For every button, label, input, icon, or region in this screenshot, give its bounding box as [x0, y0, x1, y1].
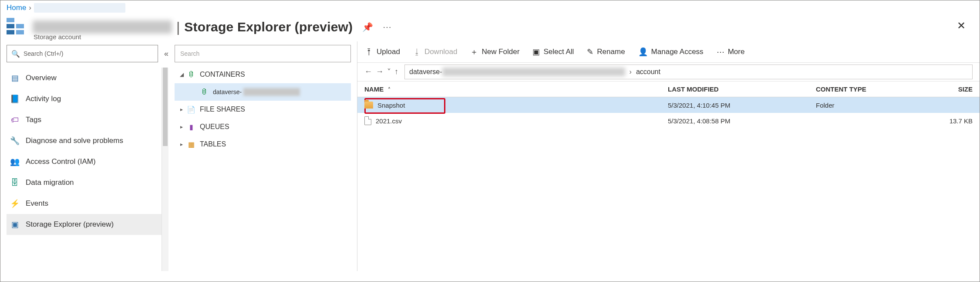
sort-asc-icon: ˄ — [388, 87, 391, 93]
nav-label: Overview — [26, 74, 57, 82]
tree-node-tables[interactable]: ▸ ▦ TABLES — [175, 136, 351, 153]
nav-item-storage-explorer[interactable]: ▣ Storage Explorer (preview) — [7, 214, 162, 235]
rename-button[interactable]: ✎ Rename — [587, 47, 625, 57]
collapse-nav-icon[interactable]: « — [164, 49, 168, 58]
col-content-type[interactable]: CONTENT TYPE — [816, 85, 920, 93]
col-modified[interactable]: LAST MODIFIED — [668, 85, 816, 93]
nav-item-activity-log[interactable]: 📘 Activity log — [7, 88, 162, 109]
tree-label-redacted — [243, 88, 300, 96]
ellipsis-icon[interactable]: ⋯ — [383, 22, 391, 32]
pin-icon[interactable]: 📌 — [362, 22, 373, 32]
cell-content-type: Folder — [816, 102, 920, 109]
col-name[interactable]: NAME ˄ — [364, 85, 668, 93]
upload-icon: ⭱ — [365, 48, 373, 57]
toolbar-label: Select All — [543, 48, 574, 56]
data-migration-icon: 🗄 — [10, 178, 20, 187]
nav-dropdown-icon[interactable]: ˅ — [387, 67, 391, 77]
cell-name: 2021.csv — [376, 117, 402, 125]
nav-scrollbar[interactable] — [162, 68, 168, 271]
nav-item-tags[interactable]: 🏷 Tags — [7, 109, 162, 130]
nav-item-overview[interactable]: ▤ Overview — [7, 68, 162, 88]
content-pane: ⭱ Upload ⭳ Download ＋ New Folder ▣ Selec… — [357, 41, 980, 271]
select-all-icon: ▣ — [532, 47, 540, 57]
search-icon: 🔍 — [11, 50, 20, 58]
toolbar-label: New Folder — [482, 48, 519, 56]
toolbar-label: Upload — [377, 48, 400, 56]
nav-label: Events — [26, 199, 48, 208]
chevron-right-icon: › — [29, 3, 31, 12]
manage-access-button[interactable]: 👤 Manage Access — [638, 47, 704, 57]
upload-button[interactable]: ⭱ Upload — [365, 48, 400, 57]
page-header: | Storage Explorer (preview) 📌 ⋯ ✕ Stora… — [0, 15, 980, 41]
nav-item-events[interactable]: ⚡ Events — [7, 193, 162, 214]
nav-back-icon[interactable]: ← — [364, 67, 372, 77]
path-crumb-redacted — [442, 68, 625, 76]
nav-label: Activity log — [26, 95, 61, 103]
storage-explorer-icon: ▣ — [10, 220, 20, 229]
tree-label: dataverse- — [213, 88, 242, 95]
overview-icon: ▤ — [10, 73, 20, 83]
nav-item-diagnose[interactable]: 🔧 Diagnose and solve problems — [7, 130, 162, 151]
more-button[interactable]: ⋯ More — [717, 47, 745, 57]
cell-modified: 5/3/2021, 4:08:58 PM — [668, 117, 816, 125]
close-icon[interactable]: ✕ — [957, 20, 966, 32]
chevron-right-icon: › — [630, 68, 632, 76]
nav-up-icon[interactable]: ↑ — [394, 67, 398, 77]
tree-label: QUEUES — [200, 123, 229, 131]
cell-modified: 5/3/2021, 4:10:45 PM — [668, 102, 816, 109]
select-all-button[interactable]: ▣ Select All — [532, 47, 574, 57]
header-separator: | — [176, 19, 180, 35]
tree-node-container-item[interactable]: 🛢 dataverse- — [175, 83, 351, 101]
tree-node-queues[interactable]: ▸ ▮ QUEUES — [175, 118, 351, 136]
toolbar-label: Rename — [597, 48, 625, 56]
tree-node-containers[interactable]: ◢ 🛢 CONTAINERS — [175, 66, 351, 83]
tags-icon: 🏷 — [10, 115, 20, 125]
new-folder-button[interactable]: ＋ New Folder — [470, 47, 519, 57]
table-row[interactable]: 2021.csv 5/3/2021, 4:08:58 PM 13.7 KB — [357, 113, 980, 129]
file-icon — [364, 116, 371, 125]
person-icon: 👤 — [638, 47, 648, 57]
nav-label: Access Control (IAM) — [26, 157, 96, 166]
container-icon: 🛢 — [199, 88, 209, 96]
nav-search-placeholder: Search (Ctrl+/) — [24, 50, 63, 57]
path-crumb[interactable]: dataverse- — [409, 68, 442, 76]
nav-search-input[interactable]: 🔍 Search (Ctrl+/) — [7, 45, 158, 62]
nav-item-data-migration[interactable]: 🗄 Data migration — [7, 172, 162, 193]
storage-account-icon — [7, 18, 25, 36]
scrollbar-thumb[interactable] — [163, 68, 168, 146]
resource-subtype: Storage account — [34, 33, 81, 41]
file-shares-icon: 📄 — [186, 105, 196, 114]
toolbar-label: Download — [424, 48, 458, 56]
expander-closed-icon[interactable]: ▸ — [178, 141, 185, 147]
toolbar: ⭱ Upload ⭳ Download ＋ New Folder ▣ Selec… — [357, 41, 980, 62]
path-crumb[interactable]: account — [636, 68, 660, 76]
tree-label: FILE SHARES — [200, 105, 245, 113]
table-row[interactable]: Snapshot 5/3/2021, 4:10:45 PM Folder — [357, 97, 980, 113]
plus-icon: ＋ — [470, 47, 478, 57]
folder-icon — [364, 102, 373, 109]
tree-node-file-shares[interactable]: ▸ 📄 FILE SHARES — [175, 101, 351, 118]
path-input[interactable]: dataverse- › account — [404, 65, 973, 79]
cell-name: Snapshot — [377, 102, 405, 109]
diagnose-icon: 🔧 — [10, 136, 20, 146]
expander-closed-icon[interactable]: ▸ — [178, 106, 185, 112]
breadcrumb: Home › — [0, 0, 980, 15]
breadcrumb-home[interactable]: Home — [7, 3, 26, 12]
containers-icon: 🛢 — [186, 70, 196, 79]
nav-label: Data migration — [26, 178, 74, 187]
page-title: Storage Explorer (preview) — [184, 20, 353, 34]
expander-open-icon[interactable]: ◢ — [178, 71, 185, 78]
col-size[interactable]: SIZE — [920, 85, 973, 93]
breadcrumb-resource-redacted[interactable] — [34, 3, 125, 13]
iam-icon: 👥 — [10, 157, 20, 166]
path-bar: ← → ˅ ↑ dataverse- › account — [357, 62, 980, 82]
expander-closed-icon[interactable]: ▸ — [178, 124, 185, 130]
tree-label: TABLES — [200, 140, 226, 148]
tree-search-input[interactable]: Search — [175, 45, 351, 62]
nav-forward-icon[interactable]: → — [376, 67, 384, 77]
resource-name-redacted — [33, 20, 172, 34]
nav-label: Diagnose and solve problems — [26, 136, 123, 145]
download-button: ⭳ Download — [413, 48, 458, 57]
nav-item-access-control[interactable]: 👥 Access Control (IAM) — [7, 151, 162, 172]
nav-label: Storage Explorer (preview) — [26, 220, 114, 229]
